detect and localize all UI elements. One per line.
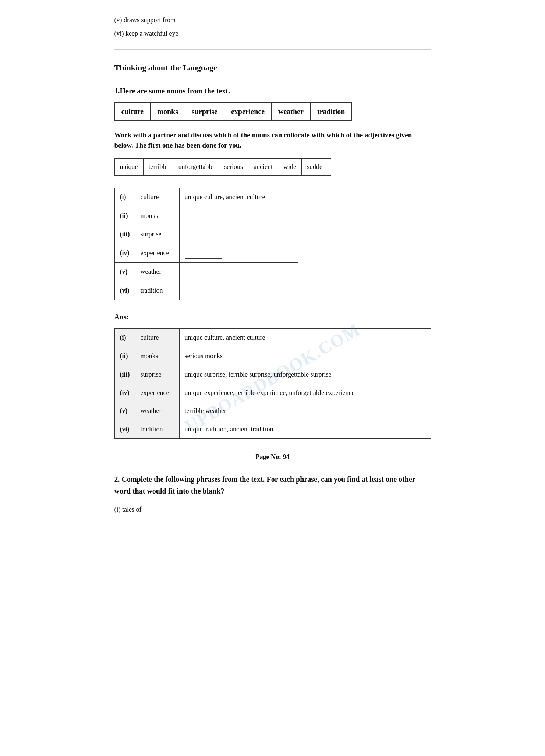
- row-noun: surprise: [135, 225, 179, 244]
- row-answer: [179, 262, 298, 281]
- table-row: (vi)tradition: [114, 281, 298, 300]
- ans-row-num: (v): [114, 402, 135, 420]
- ans-row-noun: surprise: [135, 365, 179, 384]
- ans-row-noun: monks: [135, 347, 179, 365]
- row-num: (i): [114, 188, 135, 206]
- noun-cell: culture: [114, 102, 151, 120]
- adj-cell: sudden: [302, 158, 331, 175]
- ans-label: Ans:: [114, 311, 431, 323]
- noun-cell: monks: [151, 102, 185, 120]
- row-answer: [179, 225, 298, 244]
- row-num: (iv): [114, 244, 135, 262]
- question2-title: 2. Complete the following phrases from t…: [114, 473, 431, 497]
- table-row: (ii)monks: [114, 206, 298, 225]
- ans-row-num: (ii): [114, 347, 135, 365]
- adj-cell: serious: [219, 158, 248, 175]
- row-num: (vi): [114, 281, 135, 300]
- row-noun: experience: [135, 244, 179, 262]
- adjectives-row: uniqueterribleunforgettableseriousancien…: [114, 158, 331, 175]
- row-num: (iii): [114, 225, 135, 244]
- table-row: (iv)experienceunique experience, terribl…: [114, 384, 431, 402]
- row-num: (v): [114, 262, 135, 281]
- table-row: (vi)traditionunique tradition, ancient t…: [114, 420, 431, 439]
- answer-table: (i)cultureunique culture, ancient cultur…: [114, 328, 431, 439]
- table-row: (ii)monksserious monks: [114, 347, 431, 365]
- item-vi: (vi) keep a watchful eye: [114, 28, 431, 39]
- ans-row-noun: experience: [135, 384, 179, 402]
- adj-cell: terrible: [143, 158, 173, 175]
- adj-cell: unique: [114, 158, 143, 175]
- noun-cell: tradition: [310, 102, 352, 120]
- row-answer: [179, 244, 298, 262]
- ans-row-num: (i): [114, 329, 135, 347]
- adj-cell: ancient: [248, 158, 278, 175]
- page-number: Page No: 94: [114, 452, 431, 462]
- row-num: (ii): [114, 206, 135, 225]
- ans-row-answer: unique surprise, terrible surprise, unfo…: [179, 365, 431, 384]
- ans-row-answer: terrible weather: [179, 402, 431, 420]
- table-row: (v)weatherterrible weather: [114, 402, 431, 420]
- ans-row-answer: unique tradition, ancient tradition: [179, 420, 431, 439]
- ans-row-noun: tradition: [135, 420, 179, 439]
- ans-row-noun: weather: [135, 402, 179, 420]
- nouns-row: culturemonkssurpriseexperienceweathertra…: [114, 102, 352, 120]
- ans-row-noun: culture: [135, 329, 179, 347]
- table-row: (iii)surpriseunique surprise, terrible s…: [114, 365, 431, 384]
- table-row: (v)weather: [114, 262, 298, 281]
- item-v: (v) draws support from: [114, 15, 431, 25]
- ans-row-num: (iv): [114, 384, 135, 402]
- row-noun: monks: [135, 206, 179, 225]
- table-row: (i)cultureunique culture, ancient cultur…: [114, 329, 431, 347]
- row-answer: unique culture, ancient culture: [179, 188, 298, 206]
- question1-title: 1.Here are some nouns from the text.: [114, 85, 431, 97]
- row-noun: tradition: [135, 281, 179, 300]
- row-noun: culture: [135, 188, 179, 206]
- work-text: Work with a partner and discuss which of…: [114, 130, 431, 151]
- noun-cell: weather: [272, 102, 311, 120]
- adjectives-table: uniqueterribleunforgettableseriousancien…: [114, 158, 332, 176]
- adj-cell: wide: [278, 158, 302, 175]
- ans-row-num: (iii): [114, 365, 135, 384]
- table-row: (i)cultureunique culture, ancient cultur…: [114, 188, 298, 206]
- ans-row-answer: serious monks: [179, 347, 431, 365]
- row-answer: [179, 281, 298, 300]
- table-row: (iv)experience: [114, 244, 298, 262]
- noun-cell: surprise: [185, 102, 224, 120]
- row-answer: [179, 206, 298, 225]
- exercise-table: (i)cultureunique culture, ancient cultur…: [114, 188, 298, 300]
- row-noun: weather: [135, 262, 179, 281]
- ans-row-answer: unique culture, ancient culture: [179, 329, 431, 347]
- adj-cell: unforgettable: [173, 158, 219, 175]
- ans-row-answer: unique experience, terrible experience, …: [179, 384, 431, 402]
- table-row: (iii)surprise: [114, 225, 298, 244]
- question2-item-i: (i) tales of: [114, 504, 431, 515]
- top-section: (v) draws support from (vi) keep a watch…: [114, 15, 431, 50]
- noun-cell: experience: [224, 102, 271, 120]
- ans-row-num: (vi): [114, 420, 135, 439]
- section-title: Thinking about the Language: [114, 61, 431, 74]
- nouns-table: culturemonkssurpriseexperienceweathertra…: [114, 102, 352, 121]
